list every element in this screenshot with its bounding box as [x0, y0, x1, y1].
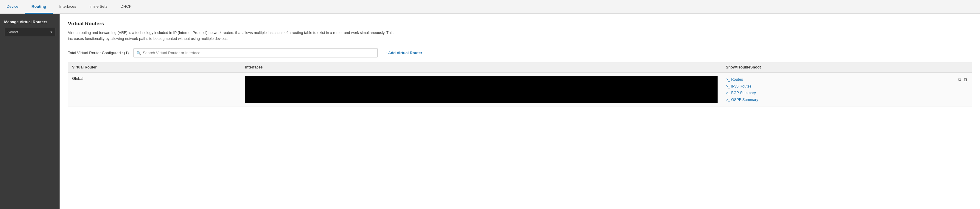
- add-virtual-router-button[interactable]: + Add Virtual Router: [382, 49, 425, 57]
- link-bgp-summary[interactable]: >_ BGP Summary: [726, 90, 910, 97]
- virtual-routers-table: Virtual Router Interfaces Show/TroubleSh…: [68, 62, 972, 107]
- table-row: Global >_ Routes >_ IPv6 Routes >_ BGP S…: [68, 73, 972, 107]
- sidebar-select-wrapper: Select ▼: [4, 28, 56, 36]
- col-header-interfaces: Interfaces: [241, 62, 722, 73]
- cell-actions: ⧉ 🗑: [914, 73, 972, 107]
- top-nav: Device Routing Interfaces Inline Sets DH…: [0, 0, 980, 14]
- cell-show-troubleshoot: >_ Routes >_ IPv6 Routes >_ BGP Summary …: [722, 73, 914, 107]
- link-routes[interactable]: >_ Routes: [726, 76, 910, 83]
- sidebar: Manage Virtual Routers Select ▼: [0, 14, 60, 209]
- virtual-router-select[interactable]: Select: [4, 28, 56, 36]
- copy-icon[interactable]: ⧉: [958, 77, 961, 82]
- total-configured-label: Total Virtual Router Configured : (1): [68, 51, 129, 55]
- table-header-row: Virtual Router Interfaces Show/TroubleSh…: [68, 62, 972, 73]
- delete-icon[interactable]: 🗑: [963, 77, 967, 82]
- nav-inline-sets[interactable]: Inline Sets: [83, 0, 114, 14]
- nav-interfaces[interactable]: Interfaces: [53, 0, 83, 14]
- col-header-show: Show/TroubleShoot: [722, 62, 914, 73]
- nav-device[interactable]: Device: [0, 0, 25, 14]
- interfaces-preview: [245, 76, 718, 103]
- col-header-virtual-router: Virtual Router: [68, 62, 241, 73]
- page-title: Virtual Routers: [68, 21, 972, 27]
- action-icons: ⧉ 🗑: [918, 76, 967, 82]
- link-ospf-summary[interactable]: >_ OSPF Summary: [726, 97, 910, 103]
- cell-interfaces: [241, 73, 722, 107]
- nav-routing[interactable]: Routing: [25, 0, 53, 14]
- content-area: Virtual Routers Virtual routing and forw…: [60, 14, 980, 209]
- main-layout: Manage Virtual Routers Select ▼ Virtual …: [0, 14, 980, 209]
- search-input[interactable]: [134, 48, 378, 57]
- nav-dhcp[interactable]: DHCP: [114, 0, 138, 14]
- search-icon: 🔍: [137, 51, 141, 55]
- content-description: Virtual routing and forwarding (VRF) is …: [68, 30, 396, 42]
- toolbar-row: Total Virtual Router Configured : (1) 🔍 …: [68, 48, 972, 57]
- col-header-actions: [914, 62, 972, 73]
- search-wrapper: 🔍: [134, 48, 378, 57]
- link-ipv6-routes[interactable]: >_ IPv6 Routes: [726, 83, 910, 90]
- sidebar-title: Manage Virtual Routers: [4, 20, 56, 24]
- cell-virtual-router-name: Global: [68, 73, 241, 107]
